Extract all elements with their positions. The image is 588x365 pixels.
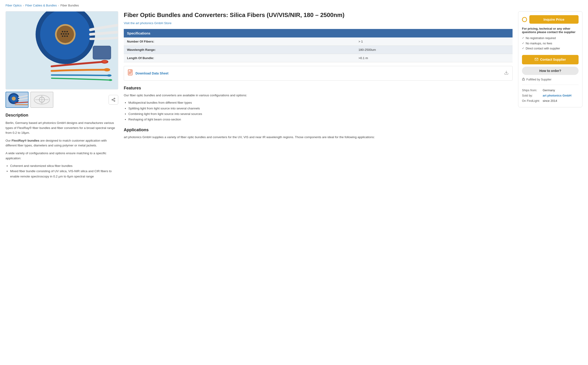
svg-point-10 xyxy=(65,33,67,35)
svg-point-7 xyxy=(66,31,68,32)
spec-value-1: > 1 xyxy=(355,37,513,46)
spec-row-1: Number Of Fibers: > 1 xyxy=(124,37,513,46)
contact-supplier-button[interactable]: Contact Supplier xyxy=(522,55,579,64)
svg-line-34 xyxy=(113,100,114,101)
ships-from-row: Ships from: Germany xyxy=(522,88,579,93)
pricing-info-text: For pricing, technical or any other ques… xyxy=(522,27,579,34)
description-para-3: A wide variety of configurations and opt… xyxy=(6,151,118,161)
check-item-1: No registration required xyxy=(522,36,579,41)
datasheet-left: Download Data Sheet xyxy=(128,70,168,77)
sold-by-row: Sold by: art photonics GmbH xyxy=(522,93,579,98)
feature-item-2: Splitting light from light source into s… xyxy=(128,106,513,111)
svg-point-18 xyxy=(107,74,112,77)
datasheet-row: Download Data Sheet xyxy=(124,66,513,81)
breadcrumb-fiber-optics[interactable]: Fiber Optics xyxy=(6,4,22,7)
on-findlight-row: On FindLight: since 2014 xyxy=(522,98,579,103)
datasheet-link[interactable]: Download Data Sheet xyxy=(136,71,168,75)
left-column: Description Berlin, Germany based art ph… xyxy=(6,11,118,179)
feature-item-1: Multispectral bundles from different fib… xyxy=(128,100,513,105)
breadcrumb: Fiber Optics › Fiber Cables & Bundles › … xyxy=(6,4,582,7)
svg-point-12 xyxy=(62,35,63,37)
supplier-link[interactable]: art photonics GmbH xyxy=(543,94,571,97)
applications-heading: Applications xyxy=(124,127,513,132)
svg-point-16 xyxy=(102,61,107,63)
features-section: Features Our fiber optic bundles and con… xyxy=(124,86,513,122)
spec-value-2: 180-2500um xyxy=(355,46,513,54)
features-heading: Features xyxy=(124,86,513,91)
main-layout: Description Berlin, Germany based art ph… xyxy=(6,11,582,179)
svg-point-19 xyxy=(108,79,112,81)
spec-row-2: Wavelength Range: 180-2500um xyxy=(124,46,513,54)
specifications-table: Specifications Number Of Fibers: > 1 Wav… xyxy=(124,29,513,62)
download-icon xyxy=(504,70,509,76)
applications-text: art photonics GmbH supplies a variety of… xyxy=(124,135,513,140)
svg-point-8 xyxy=(61,33,62,35)
main-product-image xyxy=(6,11,118,89)
breadcrumb-sep-2: › xyxy=(58,4,59,7)
svg-point-13 xyxy=(64,35,65,37)
ships-from-value: Germany xyxy=(543,88,579,93)
description-list: Coherent and randomized silica fiber bun… xyxy=(10,163,118,179)
check-list: No registration required No markups, no … xyxy=(522,36,579,51)
fulfilled-text: Fulfilled by Supplier xyxy=(526,78,552,81)
middle-column: Fiber Optic Bundles and Converters: Sili… xyxy=(124,11,513,140)
features-intro: Our fiber optic bundles and converters a… xyxy=(124,93,513,98)
product-title: Fiber Optic Bundles and Converters: Sili… xyxy=(124,11,513,19)
svg-point-4 xyxy=(57,26,74,43)
sold-by-label: Sold by: xyxy=(522,93,543,98)
spec-row-3: Length Of Bundle: >0.1 m xyxy=(124,54,513,62)
description-section: Description Berlin, Germany based art ph… xyxy=(6,113,118,179)
envelope-icon xyxy=(535,57,538,62)
right-sidebar: Inquire Price For pricing, technical or … xyxy=(518,11,582,107)
description-heading: Description xyxy=(6,113,118,118)
inquire-row: Inquire Price xyxy=(522,15,579,24)
check-item-3: Direct contact with supplier xyxy=(522,46,579,51)
description-para-1: Berlin, Germany based art photonics GmbH… xyxy=(6,120,118,135)
description-list-item-1: Coherent and randomized silica fiber bun… xyxy=(10,163,118,169)
radio-indicator xyxy=(522,17,527,22)
svg-rect-42 xyxy=(523,79,525,80)
description-para-2: Our FlexiRay® bundles are designed to ma… xyxy=(6,138,118,148)
breadcrumb-sep-1: › xyxy=(23,4,24,7)
store-link[interactable]: Visit the art photonics GmbH Store xyxy=(124,21,513,25)
document-icon xyxy=(128,70,133,77)
breadcrumb-fiber-cables[interactable]: Fiber Cables & Bundles xyxy=(25,4,57,7)
svg-line-35 xyxy=(113,99,114,99)
on-findlight-label: On FindLight: xyxy=(522,98,543,103)
spec-heading: Specifications xyxy=(124,29,513,37)
meta-table: Ships from: Germany Sold by: art photoni… xyxy=(522,88,579,103)
spec-value-3: >0.1 m xyxy=(355,54,513,62)
svg-point-14 xyxy=(66,35,68,37)
lock-icon xyxy=(522,78,525,81)
check-item-2: No markups, no fees xyxy=(522,41,579,46)
svg-point-25 xyxy=(12,97,16,101)
breadcrumb-current: Fiber Bundles xyxy=(60,4,79,7)
contact-supplier-label: Contact Supplier xyxy=(540,58,566,61)
fulfilled-row: Fulfilled by Supplier xyxy=(522,78,579,81)
svg-point-11 xyxy=(68,33,69,35)
spec-label-3: Length Of Bundle: xyxy=(124,54,355,62)
svg-point-17 xyxy=(104,68,110,71)
feature-item-4: Reshaping of light beam cross-section xyxy=(128,117,513,122)
features-list: Multispectral bundles from different fib… xyxy=(128,100,513,122)
on-findlight-value: since 2014 xyxy=(543,98,579,103)
sold-by-value: art photonics GmbH xyxy=(543,93,579,98)
divider xyxy=(522,84,579,85)
svg-rect-21 xyxy=(93,46,111,59)
pricing-card: Inquire Price For pricing, technical or … xyxy=(518,11,582,107)
svg-point-6 xyxy=(64,31,65,32)
how-to-order-button[interactable]: How to order? xyxy=(522,67,579,75)
svg-point-5 xyxy=(62,31,63,32)
description-list-item-2: Mixed fiber bundle consisting of UV sili… xyxy=(10,169,118,179)
applications-section: Applications art photonics GmbH supplies… xyxy=(124,127,513,140)
spec-label-1: Number Of Fibers: xyxy=(124,37,355,46)
thumbnail-1[interactable] xyxy=(6,92,29,108)
ships-from-label: Ships from: xyxy=(522,88,543,93)
spec-label-2: Wavelength Range: xyxy=(124,46,355,54)
svg-point-9 xyxy=(63,33,65,35)
inquire-price-button[interactable]: Inquire Price xyxy=(529,15,579,24)
share-button[interactable] xyxy=(108,95,118,105)
thumbnail-2[interactable] xyxy=(30,92,53,108)
thumbnails-row xyxy=(6,92,118,108)
feature-item-3: Combining light from light source into s… xyxy=(128,111,513,117)
